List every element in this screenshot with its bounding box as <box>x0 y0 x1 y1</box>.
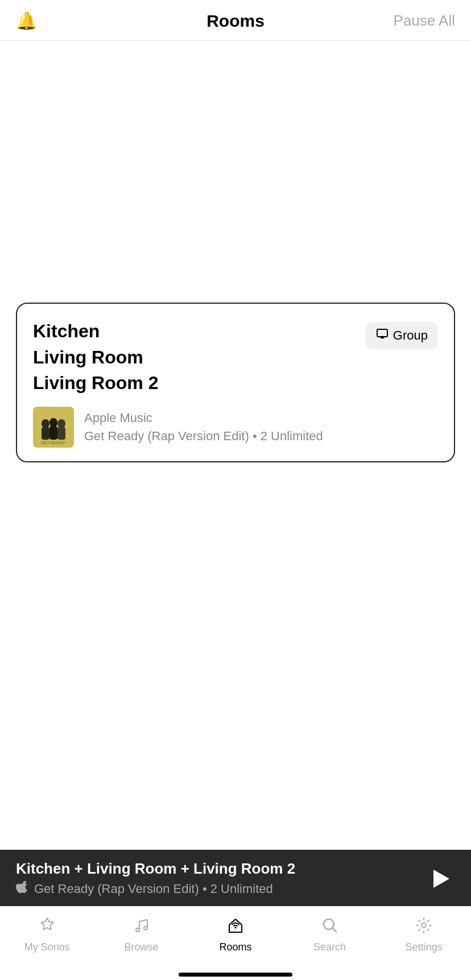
play-button[interactable] <box>425 864 455 894</box>
now-playing-track: Get Ready (Rap Version Edit) • 2 Unlimit… <box>34 882 273 896</box>
rooms-icon <box>226 916 245 938</box>
music-note-icon <box>131 916 151 938</box>
track-info: Get Ready (Rap Version Edit) • 2 Unlimit… <box>84 429 323 444</box>
tab-settings[interactable]: Settings <box>395 916 452 953</box>
room-card-header: Kitchen Living Room Living Room 2 Group <box>33 320 438 395</box>
play-icon <box>433 870 449 888</box>
search-icon <box>320 916 340 938</box>
tab-settings-label: Settings <box>406 941 443 953</box>
svg-point-14 <box>422 923 426 928</box>
tab-rooms-label: Rooms <box>219 941 251 953</box>
top-bar-right: Pause All <box>387 12 455 30</box>
top-bar-left: 🔔 <box>16 11 84 31</box>
tab-browse[interactable]: Browse <box>113 916 170 953</box>
home-indicator-bar <box>179 973 292 977</box>
page-title: Rooms <box>206 11 265 31</box>
svg-rect-8 <box>57 427 65 440</box>
group-label: Group <box>393 328 428 343</box>
main-content: Kitchen Living Room Living Room 2 Group <box>0 41 471 850</box>
svg-point-3 <box>42 419 49 428</box>
room-name-living-room-2: Living Room 2 <box>33 371 158 395</box>
room-name-kitchen: Kitchen <box>33 320 158 344</box>
notification-icon[interactable]: 🔔 <box>16 11 37 31</box>
room-names: Kitchen Living Room Living Room 2 <box>33 320 158 395</box>
now-playing-rooms: Kitchen + Living Room + Living Room 2 <box>16 860 295 878</box>
svg-point-11 <box>144 927 147 930</box>
airplay-icon <box>376 328 389 344</box>
tab-browse-label: Browse <box>124 941 158 953</box>
now-playing-bar[interactable]: Kitchen + Living Room + Living Room 2 Ge… <box>0 850 471 906</box>
group-button[interactable]: Group <box>366 322 438 349</box>
now-playing-bar-info: Kitchen + Living Room + Living Room 2 Ge… <box>16 860 295 897</box>
room-name-living-room: Living Room <box>33 346 158 370</box>
svg-rect-6 <box>49 426 57 440</box>
album-art-image: GET READY! <box>33 407 74 448</box>
album-art: GET READY! <box>33 407 74 448</box>
svg-point-10 <box>136 928 139 932</box>
pause-all-button[interactable]: Pause All <box>394 12 455 30</box>
svg-point-5 <box>49 418 57 427</box>
apple-music-icon <box>16 881 28 897</box>
svg-point-7 <box>57 419 65 428</box>
tab-my-sonos[interactable]: My Sonos <box>19 916 76 953</box>
svg-text:GET READY!: GET READY! <box>41 441 65 445</box>
star-icon <box>38 916 57 938</box>
home-indicator <box>0 967 471 980</box>
svg-rect-4 <box>42 427 49 440</box>
now-playing-track-row: Get Ready (Rap Version Edit) • 2 Unlimit… <box>16 881 295 897</box>
room-card[interactable]: Kitchen Living Room Living Room 2 Group <box>16 303 455 462</box>
now-playing-info: Apple Music Get Ready (Rap Version Edit)… <box>84 411 323 444</box>
tab-rooms[interactable]: Rooms <box>207 916 264 953</box>
top-bar: 🔔 Rooms Pause All <box>0 0 471 41</box>
svg-point-12 <box>234 927 236 929</box>
music-source: Apple Music <box>84 411 323 425</box>
settings-icon <box>414 916 433 938</box>
tab-bar: My Sonos Browse Rooms <box>0 906 471 967</box>
tab-search-label: Search <box>313 941 346 953</box>
tab-my-sonos-label: My Sonos <box>24 941 70 953</box>
tab-search[interactable]: Search <box>301 916 358 953</box>
now-playing-row: GET READY! Apple Music Get Ready (Rap Ve… <box>33 407 438 448</box>
